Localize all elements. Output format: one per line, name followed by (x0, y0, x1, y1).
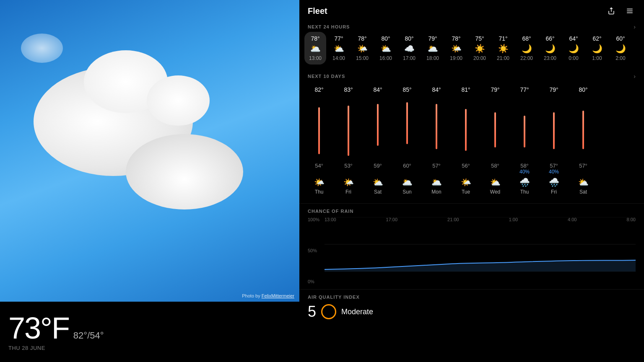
hour-item[interactable]: 78° 🌥️ 13:00 (304, 32, 326, 65)
hour-time: 23:00 (544, 55, 556, 61)
hour-item[interactable]: 64° 🌙 0:00 (563, 32, 584, 65)
day-name: Sat (374, 189, 382, 195)
hour-temp: 80° (381, 35, 390, 42)
day-bar (436, 104, 437, 149)
cloud-sub2 (147, 75, 210, 126)
hour-time: 17:00 (403, 55, 415, 61)
hour-icon: ☁️ (404, 44, 415, 53)
day-name: Thu (315, 189, 324, 195)
day-bar (553, 112, 555, 149)
day-low: 58° (491, 163, 499, 169)
hour-item[interactable]: 78° 🌤️ 19:00 (445, 32, 467, 65)
hour-time: 18:00 (426, 55, 439, 61)
hour-item[interactable]: 79° 🌥️ 18:00 (422, 32, 444, 65)
hour-icon: 🌙 (545, 44, 556, 53)
day-item[interactable]: 81° 56° 🌤️ Tue (451, 85, 480, 198)
day-bar (406, 102, 408, 144)
days-scroll[interactable]: 82° 54° 🌤️ Thu 83° 53° 🌤️ Fri 84° 59° ⛅ … (299, 81, 644, 200)
share-button-right[interactable] (605, 5, 617, 17)
hour-item[interactable]: 80° ⛅ 16:00 (375, 32, 397, 65)
hour-item[interactable]: 77° ⛅ 14:00 (328, 32, 350, 65)
day-item[interactable]: 79° 57° 40% 🌧️ Fri (539, 85, 569, 198)
hour-temp: 75° (475, 35, 484, 42)
cloud-deco (21, 34, 63, 63)
day-item[interactable]: 82° 54° 🌤️ Thu (304, 85, 334, 198)
hour-temp: 79° (428, 35, 437, 42)
day-name: Fri (345, 189, 351, 195)
hour-temp: 77° (334, 35, 343, 42)
day-item[interactable]: 79° 58° ⛅ Wed (480, 85, 510, 198)
hour-item[interactable]: 60° 🌙 2:00 (610, 32, 631, 65)
hour-icon: 🌙 (615, 44, 626, 53)
aqi-content: 5 Moderate (308, 303, 636, 321)
day-item[interactable]: 77° 58° 40% 🌧️ Thu (510, 85, 539, 198)
rain-title: CHANCE OF RAIN (308, 209, 636, 214)
day-name: Sun (402, 189, 411, 195)
day-low: 57° (579, 163, 587, 169)
day-item[interactable]: 80° 57° ⛅ Sat (569, 85, 598, 198)
rain-chart-area: 100% 50% 0% 13:00 17:00 21:00 (308, 217, 636, 284)
day-weather-icon: 🌤️ (314, 177, 325, 187)
aqi-status: Moderate (341, 308, 373, 316)
day-bar (582, 111, 584, 149)
day-name: Wed (490, 189, 500, 195)
hour-item[interactable]: 68° 🌙 22:00 (516, 32, 538, 65)
rain-pct: 40% (519, 169, 530, 176)
day-item[interactable]: 85° 60° 🌥️ Sun (392, 85, 422, 198)
hour-time: 21:00 (497, 55, 509, 61)
day-bar-container (582, 94, 585, 161)
hour-temp: 64° (569, 35, 578, 42)
day-high: 84° (432, 86, 441, 93)
day-name: Fri (551, 189, 557, 195)
hour-item[interactable]: 62° 🌙 1:00 (586, 32, 608, 65)
day-name: Thu (520, 189, 529, 195)
temp-row: 73°F 82°/54° (8, 313, 291, 343)
hour-icon: ☀️ (498, 44, 509, 53)
hour-icon: 🌙 (522, 44, 532, 53)
day-low: 58° (520, 163, 529, 169)
aqi-section: AIR QUALITY INDEX 5 Moderate (299, 289, 644, 326)
day-low: 57° (432, 163, 441, 169)
hourly-scroll[interactable]: 78° 🌥️ 13:00 77° ⛅ 14:00 78° 🌤️ 15:00 80… (299, 32, 644, 66)
hour-icon: ⛅ (334, 44, 344, 53)
day-high: 81° (461, 86, 470, 93)
day-weather-icon: 🌤️ (343, 177, 354, 187)
day-weather-icon: 🌧️ (549, 177, 559, 187)
next10-chevron[interactable]: › (634, 73, 636, 80)
photo-credit-author[interactable]: FelixMittermeier (262, 293, 294, 298)
hour-temp: 71° (499, 35, 507, 42)
day-item[interactable]: 84° 57° 🌥️ Mon (422, 85, 451, 198)
fleet-title: Fleet (308, 6, 327, 16)
next24-chevron[interactable]: › (634, 23, 636, 30)
day-high: 82° (314, 86, 323, 93)
day-weather-icon: 🌤️ (461, 177, 471, 187)
date-label: THU 28 JUNE (8, 345, 291, 351)
hour-time: 13:00 (309, 55, 322, 61)
hour-item[interactable]: 80° ☁️ 17:00 (398, 32, 420, 65)
hour-item[interactable]: 75° ☀️ 20:00 (469, 32, 491, 65)
hour-item[interactable]: 78° 🌤️ 15:00 (351, 32, 373, 65)
day-high: 80° (579, 86, 587, 93)
day-weather-icon: ⛅ (373, 177, 383, 187)
day-item[interactable]: 83° 53° 🌤️ Fri (334, 85, 363, 198)
day-high: 79° (549, 86, 558, 93)
day-low: 57° (550, 163, 558, 169)
day-item[interactable]: 84° 59° ⛅ Sat (363, 85, 392, 198)
hour-temp: 68° (522, 35, 531, 42)
hour-temp: 78° (452, 35, 460, 42)
photo-credit: Photo by FelixMittermeier (242, 293, 294, 298)
hour-item[interactable]: 71° ☀️ 21:00 (492, 32, 514, 65)
day-low: 53° (344, 163, 353, 169)
day-bar-container (405, 94, 409, 161)
hour-item[interactable]: 66° 🌙 23:00 (539, 32, 561, 65)
day-low: 60° (403, 163, 411, 169)
aqi-value: 5 (308, 303, 316, 321)
hour-icon: 🌙 (569, 44, 579, 53)
day-weather-icon: 🌥️ (402, 177, 413, 187)
day-bar-container (347, 94, 350, 161)
bottom-info: 73°F 82°/54° THU 28 JUNE (0, 302, 299, 362)
menu-button-right[interactable] (624, 5, 636, 17)
rain-pct: 40% (549, 169, 559, 176)
hour-icon: 🌤️ (357, 44, 368, 53)
day-high: 83° (344, 86, 353, 93)
